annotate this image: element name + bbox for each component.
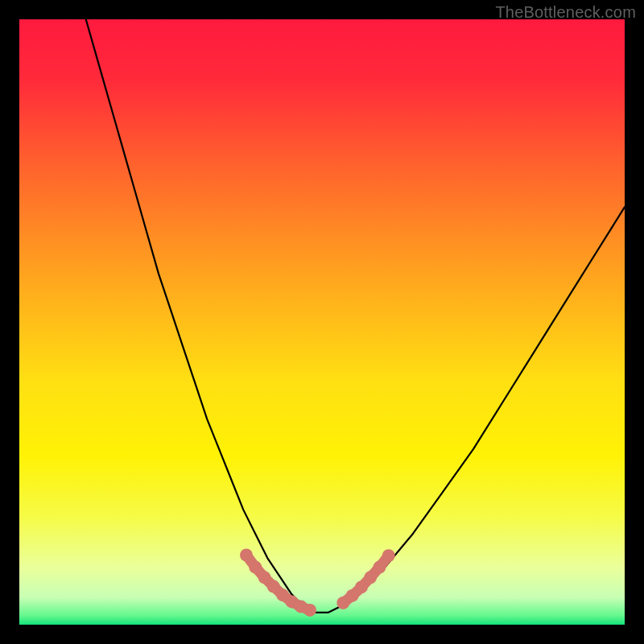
svg-point-11 — [364, 571, 377, 584]
svg-point-7 — [303, 604, 316, 617]
chart-stage: TheBottleneck.com — [0, 0, 644, 644]
gradient-background — [19, 19, 625, 625]
plot-area — [19, 19, 625, 625]
watermark-text: TheBottleneck.com — [495, 3, 636, 22]
svg-point-1 — [249, 561, 262, 574]
svg-point-2 — [258, 571, 271, 584]
plot-svg — [19, 19, 625, 625]
svg-point-0 — [240, 549, 253, 562]
svg-point-12 — [373, 561, 386, 574]
svg-point-13 — [382, 549, 395, 562]
svg-point-10 — [355, 580, 368, 593]
